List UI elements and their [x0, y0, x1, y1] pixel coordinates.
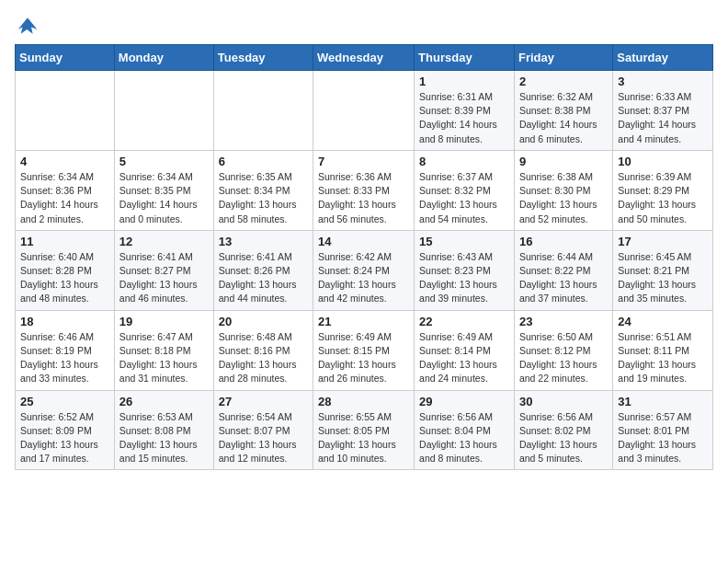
day-info: Sunrise: 6:42 AMSunset: 8:24 PMDaylight:… [318, 250, 409, 306]
day-number: 1 [419, 75, 509, 88]
day-info: Sunrise: 6:54 AMSunset: 8:07 PMDaylight:… [219, 410, 308, 466]
calendar-cell: 15Sunrise: 6:43 AMSunset: 8:23 PMDayligh… [415, 230, 515, 310]
calendar-cell: 3Sunrise: 6:33 AMSunset: 8:37 PMDaylight… [613, 71, 713, 151]
day-number: 2 [519, 75, 608, 88]
calendar-week-row: 1Sunrise: 6:31 AMSunset: 8:39 PMDaylight… [16, 71, 713, 151]
day-number: 22 [419, 315, 509, 328]
day-info: Sunrise: 6:56 AMSunset: 8:04 PMDaylight:… [419, 410, 509, 466]
day-info: Sunrise: 6:49 AMSunset: 8:15 PMDaylight:… [318, 330, 409, 386]
day-info: Sunrise: 6:56 AMSunset: 8:02 PMDaylight:… [519, 410, 608, 466]
calendar-cell: 21Sunrise: 6:49 AMSunset: 8:15 PMDayligh… [313, 310, 415, 390]
calendar-cell: 2Sunrise: 6:32 AMSunset: 8:38 PMDaylight… [514, 71, 612, 151]
day-number: 29 [419, 395, 509, 408]
day-header-sunday: Sunday [16, 45, 115, 71]
calendar-cell: 30Sunrise: 6:56 AMSunset: 8:02 PMDayligh… [514, 390, 612, 470]
day-info: Sunrise: 6:40 AMSunset: 8:28 PMDaylight:… [20, 250, 109, 306]
day-number: 12 [119, 235, 209, 248]
day-number: 9 [519, 155, 608, 168]
day-info: Sunrise: 6:51 AMSunset: 8:11 PMDaylight:… [618, 330, 708, 386]
day-header-monday: Monday [114, 45, 213, 71]
day-info: Sunrise: 6:55 AMSunset: 8:05 PMDaylight:… [318, 410, 409, 466]
day-number: 15 [419, 235, 509, 248]
calendar-cell: 4Sunrise: 6:34 AMSunset: 8:36 PMDaylight… [16, 150, 115, 230]
day-number: 7 [318, 155, 409, 168]
day-number: 3 [618, 75, 708, 88]
header [15, 15, 713, 37]
day-info: Sunrise: 6:47 AMSunset: 8:18 PMDaylight:… [119, 330, 209, 386]
day-info: Sunrise: 6:43 AMSunset: 8:23 PMDaylight:… [419, 250, 509, 306]
calendar-week-row: 25Sunrise: 6:52 AMSunset: 8:09 PMDayligh… [16, 390, 713, 470]
day-number: 5 [119, 155, 209, 168]
calendar-week-row: 11Sunrise: 6:40 AMSunset: 8:28 PMDayligh… [16, 230, 713, 310]
calendar-cell: 5Sunrise: 6:34 AMSunset: 8:35 PMDaylight… [114, 150, 213, 230]
day-info: Sunrise: 6:37 AMSunset: 8:32 PMDaylight:… [419, 170, 509, 226]
calendar-cell: 12Sunrise: 6:41 AMSunset: 8:27 PMDayligh… [114, 230, 213, 310]
calendar-cell: 25Sunrise: 6:52 AMSunset: 8:09 PMDayligh… [16, 390, 115, 470]
calendar-cell [213, 71, 313, 151]
day-info: Sunrise: 6:41 AMSunset: 8:26 PMDaylight:… [219, 250, 308, 306]
day-number: 14 [318, 235, 409, 248]
day-info: Sunrise: 6:46 AMSunset: 8:19 PMDaylight:… [20, 330, 109, 386]
svg-marker-0 [18, 17, 38, 34]
calendar-cell: 1Sunrise: 6:31 AMSunset: 8:39 PMDaylight… [415, 71, 515, 151]
calendar-cell: 11Sunrise: 6:40 AMSunset: 8:28 PMDayligh… [16, 230, 115, 310]
calendar-cell: 27Sunrise: 6:54 AMSunset: 8:07 PMDayligh… [213, 390, 313, 470]
day-number: 19 [119, 315, 209, 328]
day-info: Sunrise: 6:44 AMSunset: 8:22 PMDaylight:… [519, 250, 608, 306]
day-info: Sunrise: 6:52 AMSunset: 8:09 PMDaylight:… [20, 410, 109, 466]
calendar-table: SundayMondayTuesdayWednesdayThursdayFrid… [15, 44, 713, 470]
calendar-header-row: SundayMondayTuesdayWednesdayThursdayFrid… [16, 45, 713, 71]
day-number: 6 [219, 155, 308, 168]
day-number: 25 [20, 395, 109, 408]
day-header-thursday: Thursday [415, 45, 515, 71]
calendar-cell: 8Sunrise: 6:37 AMSunset: 8:32 PMDaylight… [415, 150, 515, 230]
calendar-cell: 16Sunrise: 6:44 AMSunset: 8:22 PMDayligh… [514, 230, 612, 310]
calendar-cell: 22Sunrise: 6:49 AMSunset: 8:14 PMDayligh… [415, 310, 515, 390]
day-info: Sunrise: 6:35 AMSunset: 8:34 PMDaylight:… [219, 170, 308, 226]
day-info: Sunrise: 6:31 AMSunset: 8:39 PMDaylight:… [419, 90, 509, 146]
calendar-cell: 19Sunrise: 6:47 AMSunset: 8:18 PMDayligh… [114, 310, 213, 390]
calendar-cell: 23Sunrise: 6:50 AMSunset: 8:12 PMDayligh… [514, 310, 612, 390]
calendar-cell: 9Sunrise: 6:38 AMSunset: 8:30 PMDaylight… [514, 150, 612, 230]
day-number: 10 [618, 155, 708, 168]
day-info: Sunrise: 6:34 AMSunset: 8:35 PMDaylight:… [119, 170, 209, 226]
day-header-tuesday: Tuesday [213, 45, 313, 71]
calendar-cell: 29Sunrise: 6:56 AMSunset: 8:04 PMDayligh… [415, 390, 515, 470]
calendar-cell: 28Sunrise: 6:55 AMSunset: 8:05 PMDayligh… [313, 390, 415, 470]
day-number: 13 [219, 235, 308, 248]
calendar-cell: 18Sunrise: 6:46 AMSunset: 8:19 PMDayligh… [16, 310, 115, 390]
day-number: 16 [519, 235, 608, 248]
day-info: Sunrise: 6:34 AMSunset: 8:36 PMDaylight:… [20, 170, 109, 226]
calendar-week-row: 18Sunrise: 6:46 AMSunset: 8:19 PMDayligh… [16, 310, 713, 390]
day-number: 30 [519, 395, 608, 408]
calendar-cell: 6Sunrise: 6:35 AMSunset: 8:34 PMDaylight… [213, 150, 313, 230]
calendar-cell: 17Sunrise: 6:45 AMSunset: 8:21 PMDayligh… [613, 230, 713, 310]
day-number: 21 [318, 315, 409, 328]
day-info: Sunrise: 6:45 AMSunset: 8:21 PMDaylight:… [618, 250, 708, 306]
calendar-cell: 26Sunrise: 6:53 AMSunset: 8:08 PMDayligh… [114, 390, 213, 470]
day-info: Sunrise: 6:50 AMSunset: 8:12 PMDaylight:… [519, 330, 608, 386]
day-info: Sunrise: 6:39 AMSunset: 8:29 PMDaylight:… [618, 170, 708, 226]
day-number: 31 [618, 395, 708, 408]
day-info: Sunrise: 6:53 AMSunset: 8:08 PMDaylight:… [119, 410, 209, 466]
day-info: Sunrise: 6:33 AMSunset: 8:37 PMDaylight:… [618, 90, 708, 146]
calendar-week-row: 4Sunrise: 6:34 AMSunset: 8:36 PMDaylight… [16, 150, 713, 230]
day-info: Sunrise: 6:38 AMSunset: 8:30 PMDaylight:… [519, 170, 608, 226]
day-number: 18 [20, 315, 109, 328]
day-number: 20 [219, 315, 308, 328]
day-info: Sunrise: 6:49 AMSunset: 8:14 PMDaylight:… [419, 330, 509, 386]
calendar-cell: 31Sunrise: 6:57 AMSunset: 8:01 PMDayligh… [613, 390, 713, 470]
day-number: 4 [20, 155, 109, 168]
day-header-wednesday: Wednesday [313, 45, 415, 71]
calendar-cell [16, 71, 115, 151]
day-number: 28 [318, 395, 409, 408]
calendar-cell: 7Sunrise: 6:36 AMSunset: 8:33 PMDaylight… [313, 150, 415, 230]
calendar-cell: 14Sunrise: 6:42 AMSunset: 8:24 PMDayligh… [313, 230, 415, 310]
day-header-friday: Friday [514, 45, 612, 71]
logo-bird-icon [17, 15, 39, 37]
calendar-cell: 20Sunrise: 6:48 AMSunset: 8:16 PMDayligh… [213, 310, 313, 390]
calendar-cell [313, 71, 415, 151]
day-number: 27 [219, 395, 308, 408]
day-number: 8 [419, 155, 509, 168]
calendar-cell: 10Sunrise: 6:39 AMSunset: 8:29 PMDayligh… [613, 150, 713, 230]
